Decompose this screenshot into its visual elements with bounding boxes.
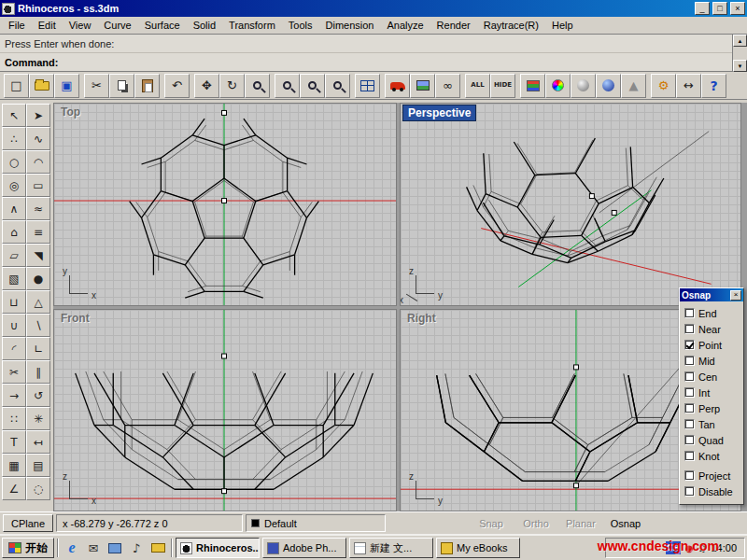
scroll-up-icon[interactable]: ▲: [733, 35, 747, 47]
dimension-tool-icon[interactable]: ↤: [26, 430, 50, 454]
command-prompt-row[interactable]: Command:: [0, 53, 747, 72]
osnap-title-bar[interactable]: Osnap ×: [680, 288, 743, 301]
rotate-view-icon[interactable]: ↻: [219, 74, 245, 98]
checkbox-icon[interactable]: [684, 340, 695, 350]
checkbox-icon[interactable]: [684, 371, 695, 382]
box-icon[interactable]: ▧: [2, 267, 26, 290]
trim-icon[interactable]: ✂: [2, 360, 26, 384]
ortho-pane[interactable]: Ortho: [514, 518, 558, 529]
curve-icon[interactable]: ∿: [26, 127, 50, 150]
polygon-icon[interactable]: ⌂: [2, 220, 26, 244]
material-blue-icon[interactable]: [596, 74, 621, 98]
osnap-perp[interactable]: Perp: [684, 400, 741, 416]
menu-help[interactable]: Help: [545, 18, 580, 33]
undo-icon[interactable]: ↶: [164, 74, 190, 98]
chamfer-icon[interactable]: ∟: [26, 337, 50, 360]
array-icon[interactable]: ∷: [2, 407, 26, 430]
point-icon[interactable]: ∴: [2, 127, 26, 150]
offset-icon[interactable]: ≡: [26, 220, 50, 244]
internet-explorer-icon[interactable]: e: [62, 538, 82, 558]
task-my-ebooks[interactable]: My eBooks: [436, 538, 520, 558]
menu-transform[interactable]: Transform: [222, 18, 282, 33]
boolean-difference-icon[interactable]: ∖: [26, 314, 50, 337]
menu-edit[interactable]: Edit: [32, 18, 63, 33]
osnap-quad[interactable]: Quad: [684, 432, 741, 448]
viewport-title-front[interactable]: Front: [56, 311, 94, 326]
menu-analyze[interactable]: Analyze: [380, 18, 430, 33]
select-all-icon[interactable]: ALL: [465, 74, 490, 98]
dimension-icon[interactable]: ↔: [676, 74, 701, 98]
zoom-extents-icon[interactable]: [300, 74, 325, 98]
fillet-icon[interactable]: ◜: [2, 337, 26, 360]
osnap-near[interactable]: Near: [684, 321, 741, 337]
menu-tools[interactable]: Tools: [282, 18, 319, 33]
task-rhinoceros[interactable]: Rhinoceros...: [176, 538, 260, 558]
viewport-title-top[interactable]: Top: [56, 105, 85, 119]
menu-solid[interactable]: Solid: [187, 18, 222, 33]
ellipse-icon[interactable]: ◎: [2, 174, 26, 197]
cone-icon[interactable]: ▲: [621, 74, 646, 98]
open-file-icon[interactable]: [29, 74, 54, 98]
menu-dimension[interactable]: Dimension: [319, 18, 381, 33]
text-icon[interactable]: T: [2, 430, 26, 454]
freeform-icon[interactable]: ≈: [26, 197, 50, 220]
osnap-knot[interactable]: Knot: [684, 448, 741, 464]
cut-icon[interactable]: ✂: [84, 74, 109, 98]
viewport-title-perspective[interactable]: Perspective: [402, 105, 476, 121]
sphere-icon[interactable]: ●: [26, 267, 50, 290]
osnap-project[interactable]: Project: [684, 468, 741, 483]
render-preview-icon[interactable]: [410, 74, 435, 98]
viewport-title-right[interactable]: Right: [402, 311, 441, 326]
render-icon[interactable]: [385, 74, 410, 98]
cplane-button[interactable]: CPlane: [3, 514, 53, 532]
close-icon[interactable]: ×: [730, 290, 741, 301]
checkbox-icon[interactable]: [684, 470, 695, 481]
task-photoshop[interactable]: Adobe Ph...: [262, 538, 346, 558]
task-document[interactable]: 新建 文...: [349, 538, 433, 558]
polar-array-icon[interactable]: ✳: [26, 407, 50, 430]
tray-clock[interactable]: 14:00: [711, 542, 737, 553]
viewport-layout-icon[interactable]: [355, 74, 380, 98]
layer-indicator[interactable]: Default: [246, 514, 386, 532]
checkbox-icon[interactable]: [684, 419, 695, 429]
new-file-icon[interactable]: □: [4, 74, 29, 98]
osnap-point[interactable]: Point: [684, 337, 741, 353]
paste-icon[interactable]: [134, 74, 160, 98]
menu-surface[interactable]: Surface: [138, 18, 187, 33]
polyline-icon[interactable]: ∧: [2, 197, 26, 220]
ime-indicator[interactable]: CH: [666, 541, 681, 554]
checkbox-icon[interactable]: [684, 403, 695, 413]
surface-icon[interactable]: ▱: [2, 244, 26, 267]
extend-icon[interactable]: →: [2, 384, 26, 407]
checkbox-icon[interactable]: [684, 435, 695, 445]
maximize-icon[interactable]: □: [712, 2, 727, 15]
material-gray-icon[interactable]: [571, 74, 596, 98]
copy-icon[interactable]: [109, 74, 134, 98]
cylinder-icon[interactable]: ⊔: [2, 290, 26, 314]
media-player-icon[interactable]: ♪: [126, 538, 147, 558]
osnap-int[interactable]: Int: [684, 385, 741, 400]
properties-icon[interactable]: ▤: [26, 454, 50, 477]
checkbox-icon[interactable]: [684, 308, 695, 318]
zoom-selected-icon[interactable]: [325, 74, 350, 98]
pan-icon[interactable]: ✥: [194, 74, 219, 98]
zoom-dynamic-icon[interactable]: [245, 74, 270, 98]
hide-icon[interactable]: HIDE: [490, 74, 515, 98]
angle-icon[interactable]: ∠: [2, 477, 26, 500]
planar-pane[interactable]: Planar: [558, 518, 603, 529]
checkbox-icon[interactable]: [684, 387, 695, 398]
outlook-icon[interactable]: ✉: [83, 538, 104, 558]
osnap-mid[interactable]: Mid: [684, 353, 741, 369]
loft-icon[interactable]: ◥: [26, 244, 50, 267]
hatch-icon[interactable]: ▦: [2, 454, 26, 477]
menu-render[interactable]: Render: [430, 18, 477, 33]
split-icon[interactable]: ∥: [26, 360, 50, 384]
checkbox-icon[interactable]: [684, 486, 695, 497]
layers-icon[interactable]: [520, 74, 545, 98]
zoom-window-icon[interactable]: [275, 74, 300, 98]
osnap-pane[interactable]: Osnap: [603, 518, 648, 529]
close-icon[interactable]: ×: [730, 2, 745, 15]
volume-icon[interactable]: ♫: [698, 541, 707, 554]
help-icon[interactable]: ?: [701, 74, 726, 98]
checkbox-icon[interactable]: [684, 324, 695, 334]
